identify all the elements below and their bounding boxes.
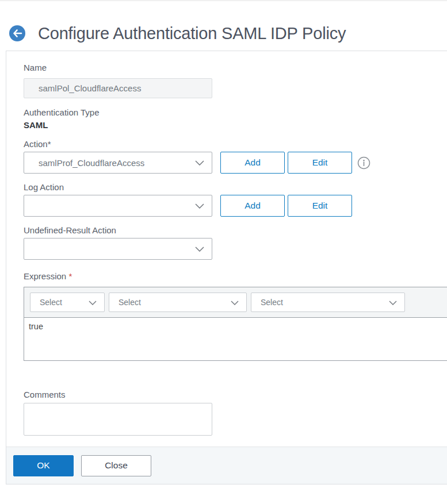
chevron-down-icon — [195, 201, 204, 211]
action-row: samlProf_CloudflareAccess Add Edit — [24, 152, 447, 174]
close-button[interactable]: Close — [81, 455, 151, 476]
chevron-down-icon — [389, 297, 397, 307]
undefined-result-action-select[interactable] — [24, 238, 212, 260]
chevron-down-icon — [195, 244, 204, 254]
page-title: Configure Authentication SAML IDP Policy — [38, 24, 346, 43]
chevron-down-icon — [195, 157, 204, 168]
action-select[interactable]: samlProf_CloudflareAccess — [24, 152, 212, 174]
info-circle-icon[interactable] — [357, 156, 370, 170]
expression-select-1[interactable]: Select — [30, 293, 105, 312]
name-input[interactable] — [24, 78, 212, 98]
expression-label-text: Expression — [24, 271, 66, 281]
chevron-down-icon — [231, 297, 239, 307]
back-button[interactable] — [9, 25, 25, 41]
page-header: Configure Authentication SAML IDP Policy — [0, 1, 447, 51]
required-asterisk: * — [68, 271, 72, 281]
name-label: Name — [24, 63, 447, 73]
log-action-add-button[interactable]: Add — [220, 195, 285, 217]
action-add-button[interactable]: Add — [220, 152, 285, 174]
config-panel: Name Authentication Type SAML Action* sa… — [6, 51, 447, 484]
expression-toolbar: Select Select Select — [24, 287, 447, 318]
expression-editor: Select Select Select — [24, 287, 447, 361]
chevron-down-icon — [89, 297, 97, 307]
arrow-left-icon — [13, 29, 22, 37]
expression-select-2[interactable]: Select — [109, 293, 247, 312]
footer: OK Close — [6, 447, 447, 484]
action-select-value: samlProf_CloudflareAccess — [39, 158, 144, 168]
expression-select-2-value: Select — [119, 298, 141, 307]
comments-input[interactable] — [24, 403, 212, 436]
log-action-edit-button[interactable]: Edit — [288, 195, 352, 217]
log-action-label: Log Action — [24, 182, 447, 193]
expression-select-3-value: Select — [261, 298, 283, 307]
auth-type-value: SAML — [24, 120, 447, 130]
comments-label: Comments — [24, 390, 447, 400]
expression-label: Expression * — [24, 271, 447, 282]
expression-input[interactable]: true — [24, 318, 447, 360]
undefined-result-action-label: Undefined-Result Action — [24, 225, 447, 236]
log-action-select[interactable] — [24, 195, 212, 217]
action-edit-button[interactable]: Edit — [288, 152, 352, 174]
log-action-row: Add Edit — [24, 195, 447, 217]
panel-body: Name Authentication Type SAML Action* sa… — [6, 51, 447, 436]
expression-select-3[interactable]: Select — [251, 293, 405, 312]
expression-select-1-value: Select — [40, 298, 62, 307]
action-label: Action* — [24, 139, 447, 149]
ok-button[interactable]: OK — [13, 455, 74, 476]
undefined-result-action-row — [24, 238, 447, 260]
auth-type-label: Authentication Type — [24, 107, 447, 118]
